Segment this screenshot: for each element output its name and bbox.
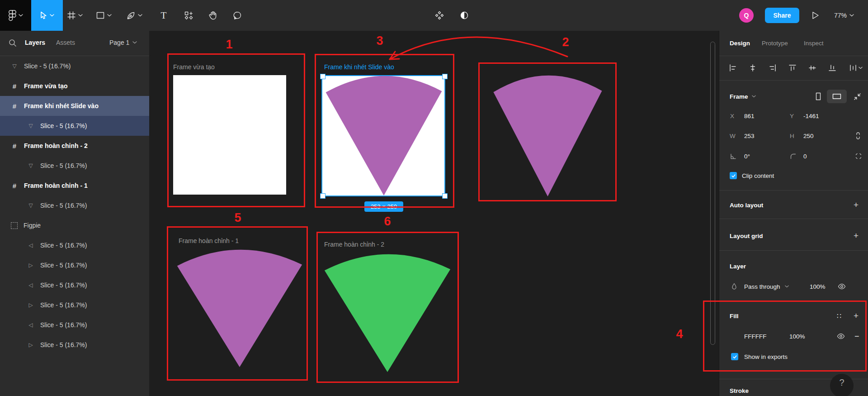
slice-icon: ◁ xyxy=(27,242,34,248)
align-top-button[interactable] xyxy=(789,64,796,72)
selection-handle-nw[interactable] xyxy=(320,74,326,79)
pie-slice-purple[interactable] xyxy=(325,76,443,196)
fill-hex-input[interactable]: FFFFFF xyxy=(744,333,766,340)
clip-content-label[interactable]: Clip content xyxy=(742,172,774,179)
shape-tool-button[interactable] xyxy=(94,0,114,31)
height-input[interactable]: 250 xyxy=(803,133,814,139)
fill-opacity-input[interactable]: 100% xyxy=(789,333,805,340)
text-tool-button[interactable]: T xyxy=(153,0,174,31)
layer-opacity-input[interactable]: 100% xyxy=(810,283,826,290)
layer-row-slice[interactable]: ◁Slice - 5 (16.7%) xyxy=(0,315,149,335)
layer-row-slice[interactable]: ▷Slice - 5 (16.7%) xyxy=(0,295,149,315)
layer-visibility-button[interactable] xyxy=(838,283,846,290)
shrink-to-fit-button[interactable] xyxy=(854,93,861,100)
tab-assets[interactable]: Assets xyxy=(56,39,75,46)
add-auto-layout-button[interactable]: + xyxy=(854,200,859,210)
add-layout-grid-button[interactable]: + xyxy=(854,231,859,241)
slice-icon: ▽ xyxy=(27,123,34,129)
theme-toggle-button[interactable] xyxy=(454,0,475,31)
selection-handle-se[interactable] xyxy=(442,193,448,199)
selection-handle-ne[interactable] xyxy=(442,74,448,79)
layer-row-slice[interactable]: ▽Slice - 5 (16.7%) xyxy=(0,196,149,215)
selection-handle-sw[interactable] xyxy=(320,193,326,199)
blend-mode-dropdown[interactable]: Pass through xyxy=(744,283,789,290)
hand-tool-button[interactable] xyxy=(203,0,223,31)
comment-tool-button[interactable] xyxy=(227,0,248,31)
frame-icon: # xyxy=(11,82,18,90)
layer-row-slice[interactable]: ▷Slice - 5 (16.7%) xyxy=(0,335,149,355)
canvas-scrollbar[interactable] xyxy=(710,42,715,345)
main-menu-button[interactable] xyxy=(0,0,31,31)
frame-label[interactable]: Frame hoàn chỉnh - 1 xyxy=(179,237,239,244)
orientation-portrait-button[interactable] xyxy=(815,92,821,100)
slice-icon: ▷ xyxy=(27,342,34,348)
move-tool-button[interactable] xyxy=(31,0,63,31)
avatar[interactable]: Q xyxy=(739,8,754,23)
present-button[interactable] xyxy=(809,10,822,21)
fill-styles-button[interactable]: ∷ xyxy=(837,312,842,320)
zoom-menu-button[interactable]: 77% xyxy=(834,10,854,21)
independent-corners-button[interactable] xyxy=(855,153,862,160)
frame-label[interactable]: Frame hoàn chỉnh - 2 xyxy=(324,241,384,248)
chevron-down-icon xyxy=(78,14,83,17)
frame-type-dropdown[interactable]: Frame xyxy=(730,93,756,100)
frame-tool-button[interactable] xyxy=(65,0,85,31)
frame-label[interactable]: Frame vừa tạo xyxy=(173,63,215,71)
align-right-button[interactable] xyxy=(769,64,776,72)
layer-row-slice[interactable]: ▽Slice - 5 (16.7%) xyxy=(0,56,149,76)
frame-new[interactable] xyxy=(173,75,286,195)
orientation-landscape-button[interactable] xyxy=(827,90,847,103)
layer-row-frame[interactable]: #Frame hoàn chỉnh - 1 xyxy=(0,176,149,196)
layer-row-frame[interactable]: #Frame vừa tạo xyxy=(0,76,149,96)
layers-panel: Layers Assets Page 1 ▽Slice - 5 (16.7%) … xyxy=(0,31,150,396)
share-button[interactable]: Share xyxy=(765,8,799,23)
add-fill-button[interactable]: + xyxy=(854,311,859,321)
layer-row-slice[interactable]: ▷Slice - 5 (16.7%) xyxy=(0,255,149,275)
corner-radius-input[interactable]: 0 xyxy=(803,153,807,160)
resources-tool-button[interactable] xyxy=(178,0,199,31)
pen-tool-button[interactable] xyxy=(124,0,145,31)
align-horizontal-center-button[interactable] xyxy=(749,64,756,72)
page-selector[interactable]: Page 1 xyxy=(109,39,137,46)
annotation-number-1: 1 xyxy=(226,38,232,52)
layer-row-slice-selected[interactable]: ▽Slice - 5 (16.7%) xyxy=(0,116,149,136)
pie-slice-green[interactable] xyxy=(323,254,452,372)
search-button[interactable] xyxy=(8,38,18,48)
rotation-input[interactable]: 0° xyxy=(744,153,750,160)
tab-inspect[interactable]: Inspect xyxy=(804,40,824,47)
show-in-exports-label[interactable]: Show in exports xyxy=(744,353,788,360)
chevron-down-icon xyxy=(19,14,23,17)
dashed-frame-icon xyxy=(11,222,18,229)
help-button[interactable]: ? xyxy=(830,374,854,396)
tab-design[interactable]: Design xyxy=(730,40,750,47)
layer-row-slice[interactable]: ◁Slice - 5 (16.7%) xyxy=(0,235,149,255)
width-input[interactable]: 253 xyxy=(744,133,755,139)
clip-content-checkbox[interactable] xyxy=(730,172,737,179)
w-label: W xyxy=(730,133,736,139)
selection-size-tooltip: 253 × 250 xyxy=(364,201,403,212)
layer-row-frame[interactable]: #Frame hoàn chỉnh - 2 xyxy=(0,136,149,156)
align-left-button[interactable] xyxy=(729,64,736,72)
layer-row-slice[interactable]: ◁Slice - 5 (16.7%) xyxy=(0,275,149,295)
slice-icon: ▷ xyxy=(27,302,34,308)
y-input[interactable]: -1461 xyxy=(803,113,819,119)
tab-prototype[interactable]: Prototype xyxy=(762,40,788,47)
constrain-proportions-button[interactable] xyxy=(855,132,861,140)
annotation-number-4: 4 xyxy=(676,327,683,341)
frame-label-selected[interactable]: Frame khi nhét Slide vào xyxy=(324,63,394,71)
canvas[interactable]: Frame vừa tạo 1 Frame khi nhét Slide vào… xyxy=(149,31,719,396)
remove-fill-button[interactable]: − xyxy=(854,332,859,341)
pie-slice-purple[interactable] xyxy=(492,75,603,196)
fill-visibility-button[interactable] xyxy=(837,333,845,339)
tab-layers[interactable]: Layers xyxy=(25,39,45,46)
view-settings-button[interactable] xyxy=(429,0,450,31)
align-bottom-button[interactable] xyxy=(829,64,836,72)
layer-row-frame-selected[interactable]: #Frame khi nhét Slide vào xyxy=(0,96,149,116)
layer-row-figpie[interactable]: Figpie xyxy=(0,215,149,235)
layer-row-slice[interactable]: ▽Slice - 5 (16.7%) xyxy=(0,156,149,176)
x-input[interactable]: 861 xyxy=(744,113,755,119)
distribute-menu-button[interactable] xyxy=(849,64,863,72)
pie-slice-purple[interactable] xyxy=(176,249,303,367)
align-vertical-center-button[interactable] xyxy=(809,64,816,72)
show-in-exports-checkbox[interactable] xyxy=(731,353,738,360)
